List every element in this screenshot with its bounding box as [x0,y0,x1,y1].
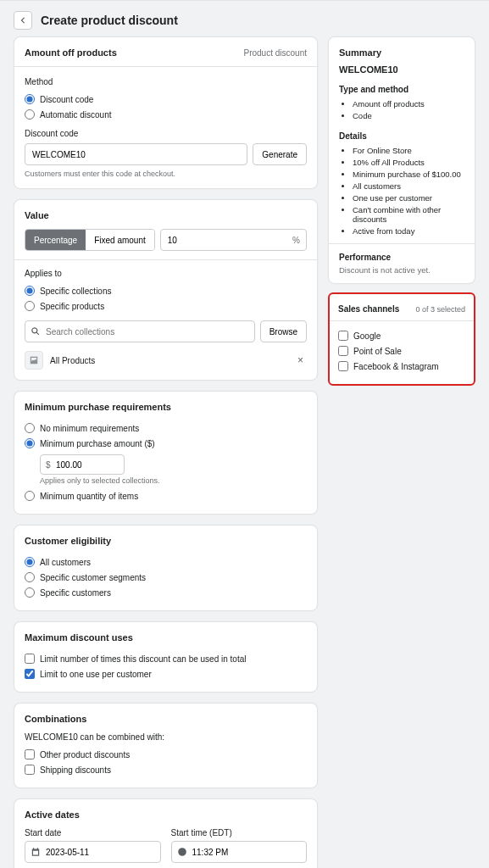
method-code-radio[interactable]: Discount code [25,92,307,107]
calendar-icon [31,847,41,857]
start-time-label: Start time (EDT) [171,828,308,837]
max-uses-card: Maximum discount uses Limit number of ti… [14,621,318,693]
list-item: For Online Store [353,144,464,156]
list-item: 10% off All Products [353,156,464,168]
min-amount-help: Applies only to selected collections. [40,476,307,485]
performance-text: Discount is not active yet. [339,265,464,275]
clock-icon [177,847,187,857]
elig-all-radio[interactable]: All customers [25,554,307,570]
fixed-amount-tab[interactable]: Fixed amount [86,230,154,250]
list-item: Active from today [353,225,464,236]
percent-suffix: % [292,236,300,245]
summary-details-list: For Online Store 10% off All Products Mi… [339,144,464,236]
browse-button[interactable]: Browse [260,320,307,342]
start-date-label: Start date [25,828,161,837]
value-input[interactable] [160,229,307,251]
elig-segments-radio[interactable]: Specific customer segments [25,570,307,585]
page-title: Create product discount [41,14,178,27]
percentage-tab[interactable]: Percentage [25,230,86,250]
generate-button[interactable]: Generate [253,143,307,165]
min-title: Minimum purchase requirements [25,402,307,412]
remove-tag-icon[interactable]: × [294,354,307,366]
arrow-left-icon [18,15,28,25]
dollar-prefix: $ [46,460,51,470]
limit-one-check[interactable]: Limit to one use per customer [25,666,307,682]
min-purchase-card: Minimum purchase requirements No minimum… [14,391,318,515]
product-discount-badge: Product discount [244,48,308,58]
summary-title: Summary [329,37,475,64]
list-item: Minimum purchase of $100.00 [353,168,464,180]
sales-pos-check[interactable]: Point of Sale [338,343,465,359]
image-icon [25,351,43,370]
search-icon [31,326,41,337]
sales-facebook-check[interactable]: Facebook & Instagram [338,359,465,374]
amount-card: Amount off products Product discount Met… [14,36,318,189]
applies-collections-radio[interactable]: Specific collections [25,283,307,298]
start-date-input[interactable] [25,841,161,863]
code-help: Customers must enter this code at checko… [25,170,307,178]
min-none-radio[interactable]: No minimum requirements [25,420,307,436]
collection-tag: All Products × [25,351,307,370]
elig-specific-radio[interactable]: Specific customers [25,585,307,600]
value-type-segment: Percentage Fixed amount [25,229,155,251]
sales-count: 0 of 3 selected [415,305,465,314]
limit-total-check[interactable]: Limit number of times this discount can … [25,651,307,666]
list-item: Amount off products [353,97,464,109]
dates-card: Active dates Start date Start time (EDT) [14,798,318,868]
value-title: Value [25,210,307,220]
min-amount-radio[interactable]: Minimum purchase amount ($) [25,436,307,451]
min-qty-radio[interactable]: Minimum quantity of items [25,488,307,504]
list-item: All customers [353,180,464,192]
sales-google-check[interactable]: Google [338,328,465,343]
sales-channels-card: Sales channels 0 of 3 selected Google Po… [328,292,475,386]
combinations-card: Combinations WELCOME10 can be combined w… [14,703,318,788]
combo-product-check[interactable]: Other product discounts [25,747,307,762]
list-item: Code [353,109,464,121]
summary-card: Summary WELCOME10 Type and method Amount… [328,36,475,284]
amount-title: Amount off products [25,47,117,58]
elig-title: Customer eligibility [25,536,307,546]
code-label: Discount code [25,129,307,138]
search-collections-input[interactable] [25,320,255,342]
start-time-input[interactable] [171,841,308,863]
list-item: One use per customer [353,192,464,203]
dates-title: Active dates [25,810,307,820]
combo-text: WELCOME10 can be combined with: [25,732,307,742]
summary-type-h: Type and method [339,85,464,94]
applies-label: Applies to [25,269,307,278]
summary-type-list: Amount off products Code [339,97,464,121]
back-button[interactable] [14,11,32,30]
summary-name: WELCOME10 [329,64,475,81]
combo-title: Combinations [25,714,307,724]
method-label: Method [25,77,307,86]
method-auto-radio[interactable]: Automatic discount [25,107,307,122]
page-header: Create product discount [0,0,489,36]
performance-h: Performance [339,253,464,262]
eligibility-card: Customer eligibility All customers Speci… [14,525,318,611]
summary-details-h: Details [339,131,464,141]
value-card: Value Percentage Fixed amount % Applies … [14,199,318,381]
min-amount-input[interactable] [40,454,125,475]
combo-shipping-check[interactable]: Shipping discounts [25,762,307,777]
applies-products-radio[interactable]: Specific products [25,298,307,314]
discount-code-input[interactable] [25,143,247,165]
max-title: Maximum discount uses [25,632,307,643]
sales-title: Sales channels [338,304,399,314]
list-item: Can't combine with other discounts [353,203,464,225]
tag-label: All Products [50,356,287,365]
